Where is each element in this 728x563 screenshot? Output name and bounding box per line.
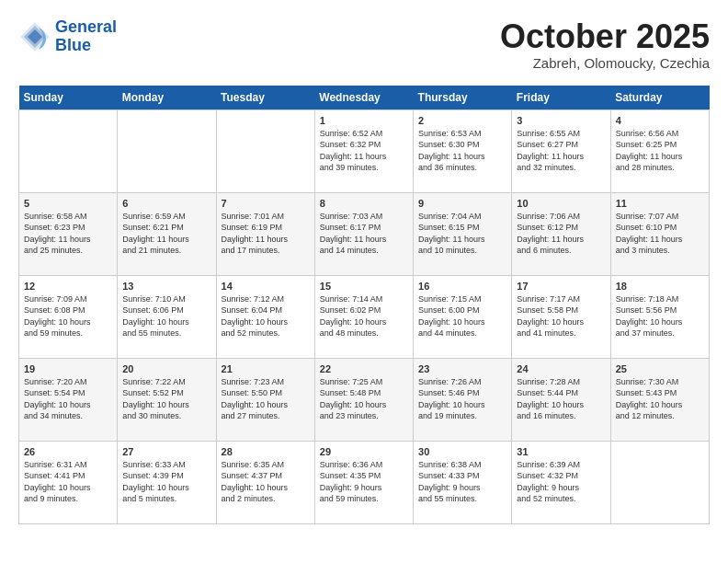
title-block: October 2025 Zabreh, Olomoucky, Czechia: [500, 18, 710, 71]
day-number: 8: [320, 198, 408, 209]
day-info: Sunrise: 7:03 AM Sunset: 6:17 PM Dayligh…: [320, 211, 408, 257]
day-number: 12: [24, 281, 112, 292]
calendar-cell: [610, 441, 709, 523]
calendar-cell: 4Sunrise: 6:56 AM Sunset: 6:25 PM Daylig…: [610, 109, 709, 192]
calendar-cell: 18Sunrise: 7:18 AM Sunset: 5:56 PM Dayli…: [610, 275, 709, 358]
day-info: Sunrise: 6:31 AM Sunset: 4:41 PM Dayligh…: [24, 459, 112, 505]
calendar-cell: 2Sunrise: 6:53 AM Sunset: 6:30 PM Daylig…: [414, 109, 512, 192]
calendar-cell: 22Sunrise: 7:25 AM Sunset: 5:48 PM Dayli…: [314, 358, 413, 441]
weekday-header-row: SundayMondayTuesdayWednesdayThursdayFrid…: [19, 86, 710, 110]
day-number: 18: [616, 281, 704, 292]
calendar-cell: 20Sunrise: 7:22 AM Sunset: 5:52 PM Dayli…: [118, 358, 216, 441]
weekday-header-sunday: Sunday: [19, 86, 118, 110]
calendar-week-4: 19Sunrise: 7:20 AM Sunset: 5:54 PM Dayli…: [19, 358, 710, 441]
calendar-cell: 26Sunrise: 6:31 AM Sunset: 4:41 PM Dayli…: [19, 441, 118, 523]
day-number: 17: [517, 281, 605, 292]
calendar-cell: 10Sunrise: 7:06 AM Sunset: 6:12 PM Dayli…: [512, 192, 610, 275]
day-info: Sunrise: 7:09 AM Sunset: 6:08 PM Dayligh…: [24, 293, 112, 339]
weekday-header-wednesday: Wednesday: [314, 86, 413, 110]
day-info: Sunrise: 6:52 AM Sunset: 6:32 PM Dayligh…: [320, 128, 408, 174]
day-info: Sunrise: 6:53 AM Sunset: 6:30 PM Dayligh…: [418, 128, 506, 174]
day-number: 10: [517, 198, 605, 209]
day-info: Sunrise: 7:07 AM Sunset: 6:10 PM Dayligh…: [616, 211, 704, 257]
weekday-header-friday: Friday: [512, 86, 610, 110]
weekday-header-tuesday: Tuesday: [216, 86, 314, 110]
calendar-cell: [216, 109, 314, 192]
calendar-cell: 15Sunrise: 7:14 AM Sunset: 6:02 PM Dayli…: [314, 275, 413, 358]
calendar-cell: 8Sunrise: 7:03 AM Sunset: 6:17 PM Daylig…: [314, 192, 413, 275]
day-number: 4: [616, 115, 704, 126]
calendar-week-1: 1Sunrise: 6:52 AM Sunset: 6:32 PM Daylig…: [19, 109, 710, 192]
day-info: Sunrise: 6:36 AM Sunset: 4:35 PM Dayligh…: [320, 459, 408, 505]
calendar-cell: 24Sunrise: 7:28 AM Sunset: 5:44 PM Dayli…: [512, 358, 610, 441]
day-number: 25: [616, 363, 704, 374]
day-number: 22: [320, 363, 408, 374]
calendar-cell: 9Sunrise: 7:04 AM Sunset: 6:15 PM Daylig…: [414, 192, 512, 275]
day-info: Sunrise: 7:18 AM Sunset: 5:56 PM Dayligh…: [616, 293, 704, 339]
day-number: 19: [24, 363, 112, 374]
day-info: Sunrise: 6:39 AM Sunset: 4:32 PM Dayligh…: [517, 459, 605, 505]
day-number: 27: [122, 446, 210, 457]
day-number: 16: [418, 281, 506, 292]
day-number: 28: [222, 446, 310, 457]
day-number: 26: [24, 446, 112, 457]
day-info: Sunrise: 7:20 AM Sunset: 5:54 PM Dayligh…: [24, 376, 112, 422]
day-info: Sunrise: 7:26 AM Sunset: 5:46 PM Dayligh…: [418, 376, 506, 422]
calendar-table: SundayMondayTuesdayWednesdayThursdayFrid…: [18, 86, 710, 524]
day-number: 6: [122, 198, 210, 209]
calendar-cell: 3Sunrise: 6:55 AM Sunset: 6:27 PM Daylig…: [512, 109, 610, 192]
calendar-week-5: 26Sunrise: 6:31 AM Sunset: 4:41 PM Dayli…: [19, 441, 710, 523]
calendar-cell: 13Sunrise: 7:10 AM Sunset: 6:06 PM Dayli…: [118, 275, 216, 358]
calendar-cell: 21Sunrise: 7:23 AM Sunset: 5:50 PM Dayli…: [216, 358, 314, 441]
month-title: October 2025: [500, 18, 710, 55]
day-number: 21: [222, 363, 310, 374]
day-number: 11: [616, 198, 704, 209]
weekday-header-saturday: Saturday: [610, 86, 709, 110]
page-header: General Blue October 2025 Zabreh, Olomou…: [18, 18, 710, 71]
day-number: 5: [24, 198, 112, 209]
calendar-cell: 5Sunrise: 6:58 AM Sunset: 6:23 PM Daylig…: [19, 192, 118, 275]
day-number: 7: [222, 198, 310, 209]
calendar-cell: [118, 109, 216, 192]
calendar-cell: 23Sunrise: 7:26 AM Sunset: 5:46 PM Dayli…: [414, 358, 512, 441]
day-number: 24: [517, 363, 605, 374]
logo-line1: General: [55, 17, 117, 36]
day-number: 23: [418, 363, 506, 374]
calendar-cell: 30Sunrise: 6:38 AM Sunset: 4:33 PM Dayli…: [414, 441, 512, 523]
day-number: 31: [517, 446, 605, 457]
day-number: 20: [122, 363, 210, 374]
day-info: Sunrise: 7:14 AM Sunset: 6:02 PM Dayligh…: [320, 293, 408, 339]
calendar-cell: 14Sunrise: 7:12 AM Sunset: 6:04 PM Dayli…: [216, 275, 314, 358]
calendar-cell: 6Sunrise: 6:59 AM Sunset: 6:21 PM Daylig…: [118, 192, 216, 275]
calendar-cell: 1Sunrise: 6:52 AM Sunset: 6:32 PM Daylig…: [314, 109, 413, 192]
day-number: 15: [320, 281, 408, 292]
calendar-cell: 28Sunrise: 6:35 AM Sunset: 4:37 PM Dayli…: [216, 441, 314, 523]
calendar-cell: 11Sunrise: 7:07 AM Sunset: 6:10 PM Dayli…: [610, 192, 709, 275]
day-info: Sunrise: 7:15 AM Sunset: 6:00 PM Dayligh…: [418, 293, 506, 339]
day-info: Sunrise: 6:55 AM Sunset: 6:27 PM Dayligh…: [517, 128, 605, 174]
day-info: Sunrise: 7:01 AM Sunset: 6:19 PM Dayligh…: [222, 211, 310, 257]
day-info: Sunrise: 6:35 AM Sunset: 4:37 PM Dayligh…: [222, 459, 310, 505]
logo: General Blue: [18, 18, 117, 55]
calendar-cell: 31Sunrise: 6:39 AM Sunset: 4:32 PM Dayli…: [512, 441, 610, 523]
calendar-cell: 7Sunrise: 7:01 AM Sunset: 6:19 PM Daylig…: [216, 192, 314, 275]
day-info: Sunrise: 6:38 AM Sunset: 4:33 PM Dayligh…: [418, 459, 506, 505]
calendar-cell: 17Sunrise: 7:17 AM Sunset: 5:58 PM Dayli…: [512, 275, 610, 358]
calendar-cell: 16Sunrise: 7:15 AM Sunset: 6:00 PM Dayli…: [414, 275, 512, 358]
day-info: Sunrise: 7:06 AM Sunset: 6:12 PM Dayligh…: [517, 211, 605, 257]
calendar-cell: 12Sunrise: 7:09 AM Sunset: 6:08 PM Dayli…: [19, 275, 118, 358]
day-number: 14: [222, 281, 310, 292]
logo-text: General Blue: [55, 18, 117, 55]
day-info: Sunrise: 7:22 AM Sunset: 5:52 PM Dayligh…: [122, 376, 210, 422]
calendar-cell: 19Sunrise: 7:20 AM Sunset: 5:54 PM Dayli…: [19, 358, 118, 441]
calendar-cell: [19, 109, 118, 192]
day-info: Sunrise: 7:28 AM Sunset: 5:44 PM Dayligh…: [517, 376, 605, 422]
day-info: Sunrise: 7:23 AM Sunset: 5:50 PM Dayligh…: [222, 376, 310, 422]
calendar-cell: 27Sunrise: 6:33 AM Sunset: 4:39 PM Dayli…: [118, 441, 216, 523]
calendar-week-2: 5Sunrise: 6:58 AM Sunset: 6:23 PM Daylig…: [19, 192, 710, 275]
day-info: Sunrise: 6:59 AM Sunset: 6:21 PM Dayligh…: [122, 211, 210, 257]
day-info: Sunrise: 6:56 AM Sunset: 6:25 PM Dayligh…: [616, 128, 704, 174]
calendar-cell: 25Sunrise: 7:30 AM Sunset: 5:43 PM Dayli…: [610, 358, 709, 441]
calendar-cell: 29Sunrise: 6:36 AM Sunset: 4:35 PM Dayli…: [314, 441, 413, 523]
logo-line2: Blue: [55, 36, 91, 54]
